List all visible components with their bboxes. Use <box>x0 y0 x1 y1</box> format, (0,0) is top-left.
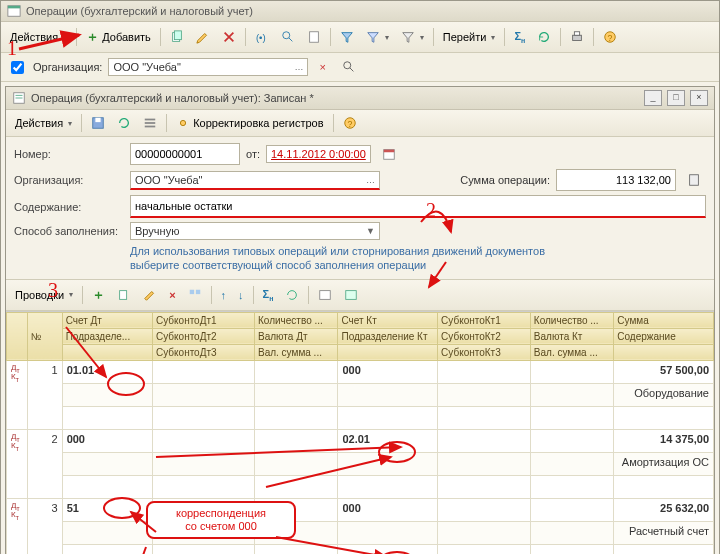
col-valsumkt[interactable]: Вал. сумма ... <box>530 344 613 360</box>
col-subdt1[interactable]: СубконтоДт1 <box>153 312 255 328</box>
content-field[interactable] <box>130 195 706 218</box>
inner-window: Операция (бухгалтерский и налоговый учет… <box>5 86 715 554</box>
copy-icon <box>117 288 131 302</box>
tool-btn-3[interactable] <box>302 27 326 47</box>
minimize-button[interactable]: _ <box>644 90 662 106</box>
app-icon <box>7 4 21 18</box>
org-search-button[interactable] <box>337 57 361 77</box>
col-dt[interactable]: Счет Дт <box>62 312 152 328</box>
svg-rect-20 <box>145 122 156 124</box>
sum-label: Сумма операции: <box>460 174 550 186</box>
table-row[interactable] <box>7 544 714 554</box>
inner-actions-menu[interactable]: Действия <box>10 114 77 132</box>
table-row[interactable]: ДтКт 3 51КАРАЧАЕВО-ЧЕ... 000 25 632,00 <box>7 498 714 521</box>
filter-menu-2[interactable] <box>396 27 429 47</box>
row-copy-button[interactable] <box>112 285 136 305</box>
table-row[interactable] <box>7 406 714 429</box>
print-icon <box>570 30 584 44</box>
close-button[interactable]: × <box>690 90 708 106</box>
col-qtykt[interactable]: Количество ... <box>530 312 613 328</box>
move-up-button[interactable]: ↑ <box>216 286 232 304</box>
calendar-button[interactable] <box>377 144 401 164</box>
save-button[interactable] <box>86 113 110 133</box>
svg-point-12 <box>344 62 351 69</box>
refresh-button[interactable] <box>532 27 556 47</box>
chevron-down-icon: ▼ <box>366 226 375 236</box>
sum-field[interactable] <box>556 169 676 191</box>
fill-combo[interactable]: Вручную▼ <box>130 222 380 240</box>
table-row[interactable]: Расчетный счет <box>7 521 714 544</box>
col-sum[interactable]: Сумма <box>614 312 714 328</box>
col-num[interactable]: № <box>27 312 62 360</box>
col-valsumdt[interactable]: Вал. сумма ... <box>255 344 338 360</box>
delete-button[interactable] <box>217 27 241 47</box>
provodki-menu[interactable]: Проводки <box>10 286 78 304</box>
org-label: Организация: <box>14 174 124 186</box>
svg-rect-21 <box>145 126 156 128</box>
date-field[interactable]: 14.11.2012 0:00:00 <box>266 145 371 163</box>
col-qtydt[interactable]: Количество ... <box>255 312 338 328</box>
doc-icon <box>12 91 26 105</box>
table-row[interactable]: Амортизация ОС <box>7 452 714 475</box>
table-row[interactable]: Оборудование <box>7 383 714 406</box>
grid-sum-button[interactable]: Σн <box>258 285 279 305</box>
col-subkt2[interactable]: СубконтоКт2 <box>438 328 531 344</box>
tool-btn-2[interactable] <box>276 27 300 47</box>
table-row[interactable] <box>7 475 714 498</box>
col-subkt3[interactable]: СубконтоКт3 <box>438 344 531 360</box>
num-field[interactable] <box>130 143 240 165</box>
org-filter-label: Организация: <box>33 61 102 73</box>
inner-help-button[interactable]: ? <box>338 113 362 133</box>
grid-tool-2[interactable] <box>313 285 337 305</box>
maximize-button[interactable]: □ <box>667 90 685 106</box>
svg-point-5 <box>283 32 290 39</box>
sum-button[interactable]: Σн <box>509 27 530 47</box>
help-icon: ? <box>343 116 357 130</box>
grid-tool-3[interactable] <box>339 285 363 305</box>
calc-button[interactable] <box>682 170 706 190</box>
actions-menu[interactable]: Действия <box>5 28 72 46</box>
grid: № Счет Дт СубконтоДт1 Количество ... Сче… <box>6 311 714 554</box>
x-small-icon: × <box>319 61 325 73</box>
table-row[interactable]: ДтКт 2 000 02.01 14 375,00 <box>7 429 714 452</box>
fill-hint-2: выберите соответствующий способ заполнен… <box>130 258 706 272</box>
inner-refresh-button[interactable] <box>112 113 136 133</box>
col-subdt3[interactable]: СубконтоДт3 <box>153 344 255 360</box>
tool-btn-4[interactable] <box>335 27 359 47</box>
row-tool-1[interactable] <box>183 285 207 305</box>
col-subkt1[interactable]: СубконтоКт1 <box>438 312 531 328</box>
svg-text:(•): (•) <box>256 32 266 43</box>
goto-menu[interactable]: Перейти <box>438 28 501 46</box>
fill-label: Способ заполнения: <box>14 225 124 237</box>
copy-button[interactable] <box>165 27 189 47</box>
col-soder[interactable]: Содержание <box>614 328 714 344</box>
col-kt[interactable]: Счет Кт <box>338 312 438 328</box>
add-button[interactable]: ＋ Добавить <box>81 25 156 49</box>
print-button[interactable] <box>565 27 589 47</box>
col-podr-kt[interactable]: Подразделение Кт <box>338 328 438 344</box>
org-filter-checkbox[interactable] <box>11 61 24 74</box>
arrow-up-icon: ↑ <box>221 289 227 301</box>
org-combo[interactable]: ООО "Учеба"… <box>130 171 380 190</box>
tool-btn-1[interactable]: (•) <box>250 27 274 47</box>
outer-titlebar: Операции (бухгалтерский и налоговый учет… <box>1 1 719 22</box>
col-podr-dt[interactable]: Подразделе... <box>62 328 152 344</box>
col-subdt2[interactable]: СубконтоДт2 <box>153 328 255 344</box>
org-filter-combo[interactable]: ООО "Учеба" … <box>108 58 308 76</box>
row-add-button[interactable]: ＋ <box>87 283 110 307</box>
filter-menu-1[interactable] <box>361 27 394 47</box>
col-valdt[interactable]: Валюта Дт <box>255 328 338 344</box>
table-row[interactable]: ДтКт 1 01.01 000 57 500,00 <box>7 360 714 383</box>
edit-button[interactable] <box>191 27 215 47</box>
korrekt-button[interactable]: Корректировка регистров <box>171 113 328 133</box>
refresh-icon <box>285 288 299 302</box>
help-button[interactable]: ? <box>598 27 622 47</box>
inner-tool-1[interactable] <box>138 113 162 133</box>
sigma-icon: Σн <box>514 30 525 44</box>
org-clear-button[interactable]: × <box>314 58 330 76</box>
grid-refresh-button[interactable] <box>280 285 304 305</box>
move-down-button[interactable]: ↓ <box>233 286 249 304</box>
row-delete-button[interactable]: × <box>164 286 180 304</box>
col-valkt[interactable]: Валюта Кт <box>530 328 613 344</box>
row-edit-button[interactable] <box>138 285 162 305</box>
